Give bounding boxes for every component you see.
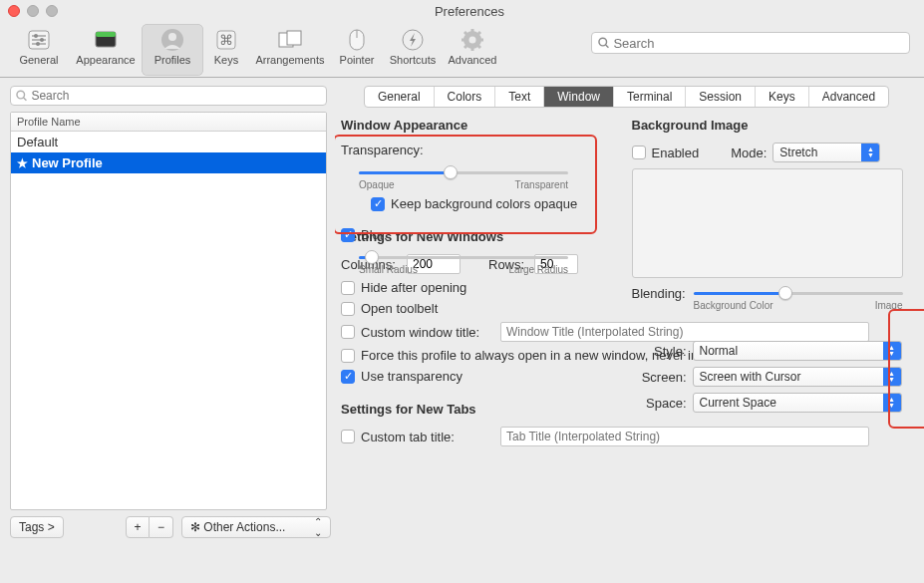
toolbar-item-advanced[interactable]: Advanced xyxy=(443,24,502,76)
profile-search[interactable] xyxy=(10,86,327,106)
profile-search-input[interactable] xyxy=(31,89,321,103)
background-image-section: Background Image Enabled Mode: Stretch ▲… xyxy=(632,118,913,419)
tags-button-label: Tags > xyxy=(19,520,55,534)
keep-opaque-checkbox[interactable] xyxy=(371,197,385,211)
bgimage-enabled-checkbox[interactable] xyxy=(632,146,646,159)
space-label: Space: xyxy=(632,396,687,411)
profile-row-new-profile[interactable]: ★ New Profile xyxy=(11,152,326,173)
svg-line-27 xyxy=(477,32,480,35)
command-icon: ⌘ xyxy=(210,26,242,54)
svg-point-19 xyxy=(469,37,476,44)
toolbar-label: Arrangements xyxy=(255,54,324,66)
chevron-updown-icon: ▲▼ xyxy=(883,394,901,412)
remove-profile-button[interactable]: − xyxy=(150,516,173,538)
tab-advanced[interactable]: Advanced xyxy=(809,87,888,107)
svg-line-31 xyxy=(24,98,27,101)
profiles-sidebar: Profile Name Default ★ New Profile Tags … xyxy=(0,78,335,583)
chevron-updown-icon: ▲▼ xyxy=(883,342,901,360)
transparency-slider[interactable] xyxy=(359,165,568,179)
blur-min-label: Small Radius xyxy=(359,264,418,275)
transparency-min-label: Opaque xyxy=(359,179,395,190)
toolbar-label: Advanced xyxy=(449,54,497,66)
toolbar-item-arrangements[interactable]: Arrangements xyxy=(249,24,331,76)
blur-slider[interactable] xyxy=(359,250,568,264)
toolbar: General Appearance Profiles ⌘ Keys Arran… xyxy=(0,22,924,78)
blending-min-label: Background Color xyxy=(694,300,773,311)
blending-label: Blending: xyxy=(632,286,688,301)
style-label: Style: xyxy=(632,344,687,359)
titlebar: Preferences xyxy=(0,0,924,22)
svg-text:⌘: ⌘ xyxy=(219,32,233,48)
toolbar-search-input[interactable] xyxy=(613,36,903,51)
profile-row-default[interactable]: Default xyxy=(11,132,326,152)
profile-icon xyxy=(156,26,188,54)
transparency-label: Transparency: xyxy=(341,143,622,157)
custom-tab-title-input[interactable] xyxy=(500,427,869,446)
toolbar-label: Appearance xyxy=(76,54,135,66)
chevron-updown-icon: ▲▼ xyxy=(883,368,901,386)
toolbar-search[interactable] xyxy=(591,32,910,54)
svg-point-6 xyxy=(36,42,40,46)
profile-list[interactable]: Profile Name Default ★ New Profile xyxy=(10,112,327,510)
svg-line-29 xyxy=(606,45,609,48)
toolbar-label: Shortcuts xyxy=(390,54,436,66)
toolbar-item-pointer[interactable]: Pointer xyxy=(331,24,383,76)
select-value: Current Space xyxy=(694,396,883,410)
screen-select[interactable]: Screen with Cursor ▲▼ xyxy=(693,367,902,387)
tab-window[interactable]: Window xyxy=(544,87,614,107)
search-icon xyxy=(598,37,609,49)
tab-keys[interactable]: Keys xyxy=(756,87,809,107)
bgimage-well[interactable] xyxy=(632,168,903,278)
custom-tab-title-label: Custom tab title: xyxy=(361,430,494,444)
space-select[interactable]: Current Space ▲▼ xyxy=(693,393,902,413)
other-actions-label: Other Actions... xyxy=(203,520,285,534)
svg-rect-8 xyxy=(96,32,116,37)
keep-opaque-label: Keep background colors opaque xyxy=(391,196,577,211)
select-value: Normal xyxy=(694,344,883,358)
svg-point-5 xyxy=(40,38,44,42)
style-select[interactable]: Normal ▲▼ xyxy=(693,341,902,361)
section-heading-bgimage: Background Image xyxy=(632,118,913,133)
toolbar-label: General xyxy=(19,54,58,66)
toolbar-item-general[interactable]: General xyxy=(8,24,70,76)
blur-max-label: Large Radius xyxy=(509,264,568,275)
toolbar-item-shortcuts[interactable]: Shortcuts xyxy=(383,24,443,76)
gear-icon: ✻ xyxy=(190,520,200,534)
svg-point-30 xyxy=(17,91,25,99)
toolbar-label: Pointer xyxy=(340,54,375,66)
star-icon: ★ xyxy=(17,156,28,170)
chevron-updown-icon: ▲▼ xyxy=(861,144,879,161)
svg-line-26 xyxy=(464,45,467,48)
tab-colors[interactable]: Colors xyxy=(435,87,496,107)
transparency-max-label: Transparent xyxy=(514,179,568,190)
svg-point-28 xyxy=(599,38,607,46)
tab-terminal[interactable]: Terminal xyxy=(614,87,686,107)
sliders-icon xyxy=(23,26,55,54)
custom-tab-title-checkbox[interactable] xyxy=(341,430,355,443)
profile-tabs: General Colors Text Window Terminal Sess… xyxy=(364,86,889,108)
bgimage-mode-select[interactable]: Stretch ▲▼ xyxy=(772,143,880,162)
chevron-down-icon: ⌃⌄ xyxy=(314,516,322,538)
blur-checkbox[interactable] xyxy=(341,228,355,242)
window-title: Preferences xyxy=(15,4,924,19)
other-actions-button[interactable]: ✻ Other Actions... ⌃⌄ xyxy=(181,516,331,538)
toolbar-item-appearance[interactable]: Appearance xyxy=(70,24,142,76)
tags-button[interactable]: Tags > xyxy=(10,516,64,538)
add-profile-button[interactable]: + xyxy=(126,516,150,538)
toolbar-item-keys[interactable]: ⌘ Keys xyxy=(203,24,249,76)
window-appearance-section: Window Appearance Transparency: Opaque T… xyxy=(341,118,622,419)
toolbar-item-profiles[interactable]: Profiles xyxy=(142,24,203,76)
search-icon xyxy=(16,90,27,102)
tab-general[interactable]: General xyxy=(365,87,435,107)
select-value: Screen with Cursor xyxy=(694,370,883,384)
tab-session[interactable]: Session xyxy=(686,87,756,107)
tab-text[interactable]: Text xyxy=(495,87,544,107)
mouse-icon xyxy=(341,26,373,54)
profile-settings: General Colors Text Window Terminal Sess… xyxy=(335,78,924,583)
svg-line-24 xyxy=(464,32,467,35)
blending-max-label: Image xyxy=(875,300,903,311)
blending-slider[interactable] xyxy=(694,286,903,300)
svg-point-4 xyxy=(34,34,38,38)
toolbar-label: Profiles xyxy=(154,54,191,66)
windows-icon xyxy=(274,26,306,54)
